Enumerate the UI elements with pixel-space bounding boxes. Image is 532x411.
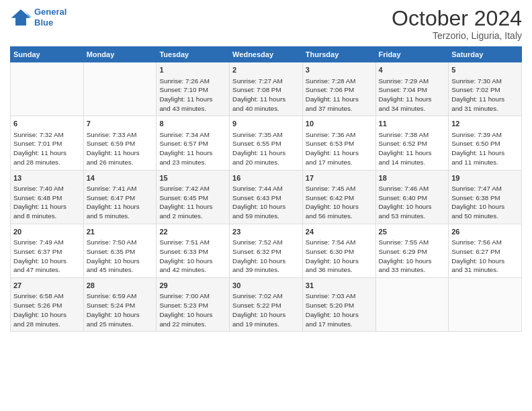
day-number: 10: [306, 119, 373, 129]
day-number: 27: [13, 281, 81, 291]
day-cell: 29Sunrise: 7:00 AMSunset: 5:23 PMDayligh…: [157, 278, 230, 332]
day-info: Sunrise: 7:44 AMSunset: 6:43 PMDaylight:…: [232, 184, 300, 221]
day-number: 12: [451, 119, 519, 129]
day-number: 17: [306, 173, 373, 183]
day-number: 19: [451, 173, 519, 183]
logo-text: General Blue: [34, 7, 66, 28]
day-info: Sunrise: 7:49 AMSunset: 6:37 PMDaylight:…: [13, 238, 81, 275]
day-info: Sunrise: 7:26 AMSunset: 7:10 PMDaylight:…: [159, 77, 226, 113]
day-info: Sunrise: 7:40 AMSunset: 6:48 PMDaylight:…: [13, 184, 81, 221]
day-info: Sunrise: 7:29 AMSunset: 7:04 PMDaylight:…: [379, 77, 446, 113]
day-number: 26: [451, 227, 519, 237]
day-number: 20: [13, 227, 81, 237]
day-info: Sunrise: 7:34 AMSunset: 6:57 PMDaylight:…: [159, 130, 226, 167]
day-info: Sunrise: 7:52 AMSunset: 6:32 PMDaylight:…: [232, 238, 300, 275]
calendar-table: SundayMondayTuesdayWednesdayThursdayFrid…: [10, 46, 522, 332]
day-number: 2: [232, 65, 300, 75]
day-info: Sunrise: 7:55 AMSunset: 6:29 PMDaylight:…: [379, 238, 446, 275]
week-row-5: 27Sunrise: 6:58 AMSunset: 5:26 PMDayligh…: [11, 278, 522, 332]
day-cell: 17Sunrise: 7:45 AMSunset: 6:42 PMDayligh…: [302, 170, 375, 224]
day-number: 1: [159, 65, 226, 75]
day-info: Sunrise: 7:45 AMSunset: 6:42 PMDaylight:…: [306, 184, 373, 221]
day-info: Sunrise: 7:51 AMSunset: 6:33 PMDaylight:…: [159, 238, 226, 275]
day-cell: 7Sunrise: 7:33 AMSunset: 6:59 PMDaylight…: [83, 116, 157, 170]
col-header-thursday: Thursday: [302, 47, 375, 62]
day-cell: 19Sunrise: 7:47 AMSunset: 6:38 PMDayligh…: [449, 170, 522, 224]
day-info: Sunrise: 7:03 AMSunset: 5:20 PMDaylight:…: [306, 291, 373, 328]
header-row: SundayMondayTuesdayWednesdayThursdayFrid…: [11, 47, 522, 62]
day-cell: [11, 62, 84, 116]
week-row-4: 20Sunrise: 7:49 AMSunset: 6:37 PMDayligh…: [11, 224, 522, 277]
header: General Blue October 2024 Terzorio, Ligu…: [10, 7, 522, 41]
day-number: 30: [232, 281, 300, 291]
day-number: 13: [13, 173, 81, 183]
day-number: 21: [87, 227, 154, 237]
day-cell: 9Sunrise: 7:35 AMSunset: 6:55 PMDaylight…: [230, 116, 303, 170]
day-cell: 23Sunrise: 7:52 AMSunset: 6:32 PMDayligh…: [230, 224, 303, 277]
day-cell: 31Sunrise: 7:03 AMSunset: 5:20 PMDayligh…: [302, 278, 375, 332]
page: General Blue October 2024 Terzorio, Ligu…: [0, 0, 532, 411]
logo-icon: [10, 8, 32, 27]
day-cell: 15Sunrise: 7:42 AMSunset: 6:45 PMDayligh…: [157, 170, 230, 224]
day-number: 23: [232, 227, 300, 237]
day-info: Sunrise: 7:50 AMSunset: 6:35 PMDaylight:…: [87, 238, 154, 275]
logo: General Blue: [10, 7, 66, 28]
day-cell: [449, 278, 522, 332]
day-info: Sunrise: 7:27 AMSunset: 7:08 PMDaylight:…: [232, 77, 300, 113]
day-number: 9: [232, 119, 300, 129]
day-number: 22: [159, 227, 226, 237]
day-number: 28: [87, 281, 154, 291]
day-info: Sunrise: 6:59 AMSunset: 5:24 PMDaylight:…: [87, 291, 154, 328]
day-number: 5: [451, 65, 519, 75]
day-cell: 26Sunrise: 7:56 AMSunset: 6:27 PMDayligh…: [449, 224, 522, 277]
day-info: Sunrise: 7:35 AMSunset: 6:55 PMDaylight:…: [232, 130, 300, 167]
day-info: Sunrise: 7:33 AMSunset: 6:59 PMDaylight:…: [87, 130, 154, 167]
day-info: Sunrise: 7:42 AMSunset: 6:45 PMDaylight:…: [159, 184, 226, 221]
day-cell: 8Sunrise: 7:34 AMSunset: 6:57 PMDaylight…: [157, 116, 230, 170]
day-number: 3: [306, 65, 373, 75]
day-cell: 11Sunrise: 7:38 AMSunset: 6:52 PMDayligh…: [375, 116, 449, 170]
day-cell: 6Sunrise: 7:32 AMSunset: 7:01 PMDaylight…: [11, 116, 84, 170]
day-number: 16: [232, 173, 300, 183]
day-number: 6: [13, 119, 81, 129]
day-info: Sunrise: 7:28 AMSunset: 7:06 PMDaylight:…: [306, 77, 373, 113]
col-header-sunday: Sunday: [11, 47, 84, 62]
day-number: 15: [159, 173, 226, 183]
day-info: Sunrise: 7:54 AMSunset: 6:30 PMDaylight:…: [306, 238, 373, 275]
col-header-tuesday: Tuesday: [157, 47, 230, 62]
day-number: 31: [306, 281, 373, 291]
day-number: 8: [159, 119, 226, 129]
day-cell: 27Sunrise: 6:58 AMSunset: 5:26 PMDayligh…: [11, 278, 84, 332]
day-cell: [83, 62, 157, 116]
day-info: Sunrise: 7:39 AMSunset: 6:50 PMDaylight:…: [451, 130, 519, 167]
day-number: 24: [306, 227, 373, 237]
day-number: 18: [379, 173, 446, 183]
col-header-friday: Friday: [375, 47, 449, 62]
day-cell: 14Sunrise: 7:41 AMSunset: 6:47 PMDayligh…: [83, 170, 157, 224]
svg-marker-0: [11, 9, 31, 26]
day-cell: 3Sunrise: 7:28 AMSunset: 7:06 PMDaylight…: [302, 62, 375, 116]
day-cell: 25Sunrise: 7:55 AMSunset: 6:29 PMDayligh…: [375, 224, 449, 277]
day-info: Sunrise: 6:58 AMSunset: 5:26 PMDaylight:…: [13, 291, 81, 328]
day-number: 25: [379, 227, 446, 237]
day-cell: 28Sunrise: 6:59 AMSunset: 5:24 PMDayligh…: [83, 278, 157, 332]
day-info: Sunrise: 7:36 AMSunset: 6:53 PMDaylight:…: [306, 130, 373, 167]
col-header-wednesday: Wednesday: [230, 47, 303, 62]
location-subtitle: Terzorio, Liguria, Italy: [392, 30, 522, 41]
day-number: 29: [159, 281, 226, 291]
col-header-monday: Monday: [83, 47, 157, 62]
day-cell: 21Sunrise: 7:50 AMSunset: 6:35 PMDayligh…: [83, 224, 157, 277]
day-info: Sunrise: 7:47 AMSunset: 6:38 PMDaylight:…: [451, 184, 519, 221]
day-info: Sunrise: 7:32 AMSunset: 7:01 PMDaylight:…: [13, 130, 81, 167]
day-number: 11: [379, 119, 446, 129]
day-cell: 30Sunrise: 7:02 AMSunset: 5:22 PMDayligh…: [230, 278, 303, 332]
day-cell: 13Sunrise: 7:40 AMSunset: 6:48 PMDayligh…: [11, 170, 84, 224]
day-cell: 12Sunrise: 7:39 AMSunset: 6:50 PMDayligh…: [449, 116, 522, 170]
day-info: Sunrise: 7:38 AMSunset: 6:52 PMDaylight:…: [379, 130, 446, 167]
day-info: Sunrise: 7:41 AMSunset: 6:47 PMDaylight:…: [87, 184, 154, 221]
day-cell: 4Sunrise: 7:29 AMSunset: 7:04 PMDaylight…: [375, 62, 449, 116]
day-cell: 5Sunrise: 7:30 AMSunset: 7:02 PMDaylight…: [449, 62, 522, 116]
month-title: October 2024: [392, 7, 522, 30]
day-info: Sunrise: 7:02 AMSunset: 5:22 PMDaylight:…: [232, 291, 300, 328]
week-row-2: 6Sunrise: 7:32 AMSunset: 7:01 PMDaylight…: [11, 116, 522, 170]
